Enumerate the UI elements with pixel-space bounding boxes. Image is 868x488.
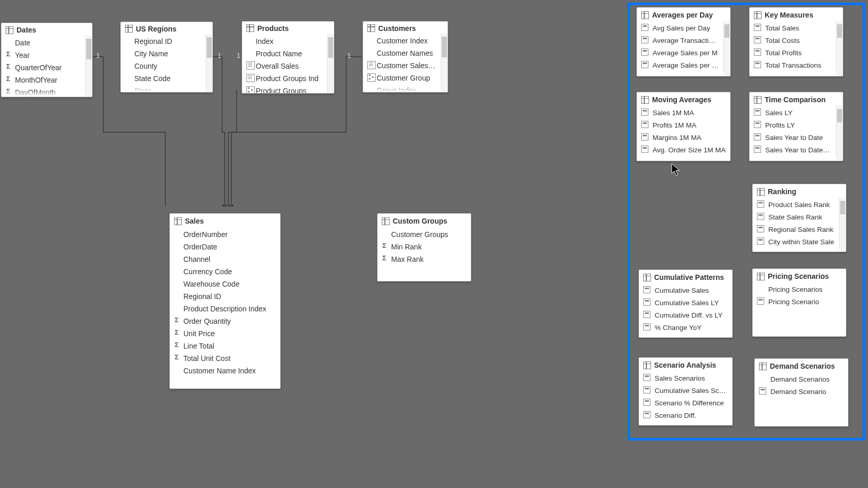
field-monthofyear[interactable]: MonthOfYear (2, 74, 85, 86)
measure-cumulative-diff[interactable]: Cumulative Diff. vs LY (639, 309, 732, 322)
field-overall-sales[interactable]: Overall Sales (242, 60, 327, 72)
scrollbar[interactable] (836, 21, 843, 76)
field-pricing-scenarios[interactable]: Pricing Scenarios (753, 284, 846, 296)
table-icon (246, 24, 254, 32)
table-pricing-scenarios[interactable]: Pricing Scenarios Pricing Scenarios Pric… (752, 269, 846, 337)
measure-scenario-diff[interactable]: Scenario Diff. (639, 410, 732, 422)
field-regional-id[interactable]: Regional ID (121, 35, 206, 48)
field-city-name[interactable]: City Name (121, 48, 206, 60)
field-line-total[interactable]: Line Total (170, 340, 280, 352)
measure-avg-order-size-1m-ma[interactable]: Avg. Order Size 1M MA (637, 144, 730, 156)
measure-pricing-scenario[interactable]: Pricing Scenario (753, 296, 846, 308)
table-title: US Regions (136, 23, 177, 35)
measure-margins-1m-ma[interactable]: Margins 1M MA (637, 132, 730, 144)
measure-cumulative-sales-scena[interactable]: Cumulative Sales Scena (639, 385, 732, 397)
field-currency-code[interactable]: Currency Code (170, 265, 280, 278)
table-ranking[interactable]: Ranking Product Sales Rank State Sales R… (752, 184, 846, 252)
measure-profits-1m-ma[interactable]: Profits 1M MA (637, 119, 730, 132)
table-custom-groups[interactable]: Custom Groups Customer Groups Min Rank M… (377, 213, 471, 281)
table-demand-scenarios[interactable]: Demand Scenarios Demand Scenarios Demand… (754, 358, 848, 427)
field-product-description-index[interactable]: Product Description Index (170, 303, 280, 315)
measure-scenario-pct-difference[interactable]: Scenario % Difference (639, 397, 732, 410)
field-date[interactable]: Date (2, 37, 85, 49)
table-icon (6, 26, 13, 34)
measure-average-transactions[interactable]: Average Transactions (637, 35, 723, 47)
table-cumulative-patterns[interactable]: Cumulative Patterns Cumulative Sales Cum… (639, 270, 733, 338)
measure-city-within-state[interactable]: City within State Sale (753, 236, 839, 248)
measure-average-sales-per-m[interactable]: Average Sales per M (637, 47, 723, 59)
scrollbar[interactable] (206, 34, 212, 92)
field-state-code[interactable]: State Code (121, 72, 206, 85)
field-order-quantity[interactable]: Order Quantity (170, 315, 280, 327)
field-state[interactable]: State (121, 85, 206, 92)
measure-sales-ytd-ly[interactable]: Sales Year to Date LY (750, 144, 836, 156)
table-key-measures[interactable]: Key Measures Total Sales Total Costs Tot… (749, 7, 843, 76)
table-customers[interactable]: Customers Customer Index Customer Names … (363, 21, 448, 92)
field-warehouse-code[interactable]: Warehouse Code (170, 278, 280, 290)
cardinality-one: 1 (96, 52, 100, 59)
measure-cumulative-sales-ly[interactable]: Cumulative Sales LY (639, 297, 732, 309)
field-dayofmonth[interactable]: DayOfMonth (2, 86, 85, 97)
measure-demand-scenario[interactable]: Demand Scenario (755, 386, 848, 398)
scrollbar[interactable] (327, 34, 334, 93)
measure-sales-scenarios[interactable]: Sales Scenarios (639, 372, 732, 385)
measure-total-profits[interactable]: Total Profits (750, 47, 836, 59)
calc-icon (757, 200, 764, 208)
sigma-icon (174, 354, 181, 361)
field-total-unit-cost[interactable]: Total Unit Cost (170, 352, 280, 365)
field-customer-index[interactable]: Customer Index (363, 35, 441, 47)
field-index[interactable]: Index (242, 35, 327, 48)
measure-sales-1m-ma[interactable]: Sales 1M MA (637, 107, 730, 119)
scrollbar[interactable] (836, 106, 843, 161)
measure-total-transactions[interactable]: Total Transactions (750, 59, 836, 72)
field-group-index[interactable]: Group Index (363, 84, 441, 92)
field-quarterofyear[interactable]: QuarterOfYear (2, 61, 85, 74)
field-product-groups-ind[interactable]: Product Groups Ind (242, 72, 327, 85)
measure-profits-ly[interactable]: Profits LY (750, 119, 836, 132)
table-averages-per-day[interactable]: Averages per Day Avg Sales per Day Avera… (637, 7, 731, 76)
measure-cumulative-sales[interactable]: Cumulative Sales (639, 285, 732, 297)
field-customer-groups[interactable]: Customer Groups (378, 228, 471, 241)
field-min-rank[interactable]: Min Rank (378, 241, 471, 253)
measure-state-sales-rank[interactable]: State Sales Rank (753, 211, 839, 224)
table-title: Scenario Analysis (654, 359, 716, 371)
table-products[interactable]: Products Index Product Name Overall Sale… (242, 21, 334, 93)
measure-product-sales-rank[interactable]: Product Sales Rank (753, 199, 839, 211)
scrollbar[interactable] (85, 36, 92, 97)
scrollbar[interactable] (723, 21, 730, 76)
field-orderdate[interactable]: OrderDate (170, 241, 280, 253)
field-customer-group[interactable]: Customer Group (363, 72, 441, 84)
field-ordernumber[interactable]: OrderNumber (170, 228, 280, 241)
field-channel[interactable]: Channel (170, 253, 280, 265)
field-max-rank[interactable]: Max Rank (378, 253, 471, 265)
field-regional-id[interactable]: Regional ID (170, 290, 280, 303)
field-customer-names[interactable]: Customer Names (363, 47, 441, 59)
field-county[interactable]: County (121, 60, 206, 72)
table-dates[interactable]: Dates Date Year QuarterOfYear MonthOfYea… (1, 23, 92, 97)
table-scenario-analysis[interactable]: Scenario Analysis Sales Scenarios Cumula… (639, 357, 733, 426)
calc-icon (757, 225, 764, 232)
measure-average-sales-per-cu[interactable]: Average Sales per Cu (637, 59, 723, 72)
scrollbar[interactable] (839, 198, 846, 251)
field-product-name[interactable]: Product Name (242, 48, 327, 60)
measure-total-sales[interactable]: Total Sales (750, 22, 836, 35)
measure-pct-change-yoy[interactable]: % Change YoY (639, 322, 732, 334)
calc-icon (754, 133, 761, 140)
scrollbar[interactable] (441, 34, 447, 92)
measure-avg-sales-per-day[interactable]: Avg Sales per Day (637, 22, 723, 35)
measure-sales-ytd[interactable]: Sales Year to Date (750, 132, 836, 144)
table-us-regions[interactable]: US Regions Regional ID City Name County … (120, 22, 213, 92)
field-customer-name-index[interactable]: Customer Name Index (170, 365, 280, 377)
measure-total-costs[interactable]: Total Costs (750, 35, 836, 47)
field-year[interactable]: Year (2, 49, 85, 61)
calc-icon (643, 411, 650, 418)
measure-sales-ly[interactable]: Sales LY (750, 107, 836, 119)
table-moving-averages[interactable]: Moving Averages Sales 1M MA Profits 1M M… (637, 92, 731, 161)
table-time-comparison[interactable]: Time Comparison Sales LY Profits LY Sale… (749, 92, 843, 161)
field-customer-sales-ra[interactable]: Customer Sales Ra (363, 59, 441, 72)
field-product-groups[interactable]: Product Groups (242, 85, 327, 93)
field-unit-price[interactable]: Unit Price (170, 327, 280, 340)
measure-regional-sales-rank[interactable]: Regional Sales Rank (753, 224, 839, 236)
table-sales[interactable]: Sales OrderNumber OrderDate Channel Curr… (169, 213, 281, 389)
field-demand-scenarios[interactable]: Demand Scenarios (755, 373, 848, 386)
